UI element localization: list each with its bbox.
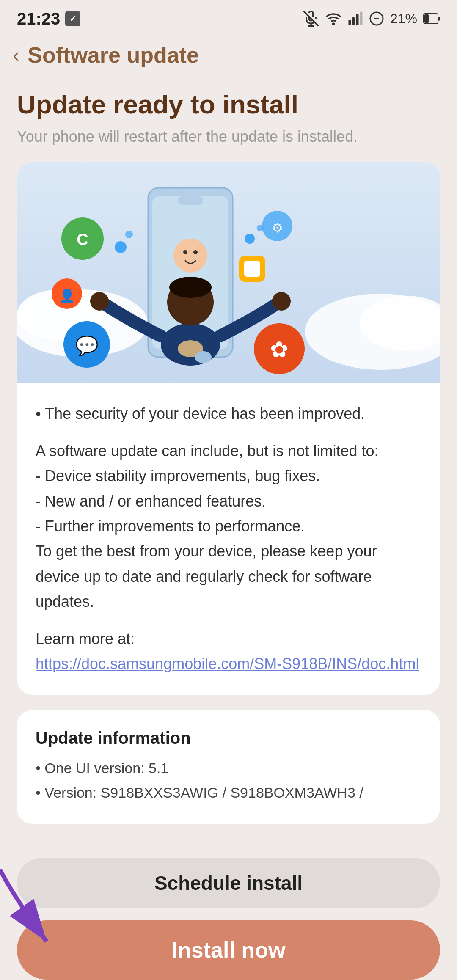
update-info-card: Update information • One UI version: 5.1… (17, 710, 440, 824)
svg-point-27 (272, 292, 291, 311)
back-button[interactable]: ‹ (13, 45, 19, 65)
nav-title: Software update (28, 42, 199, 68)
info-line-1: • One UI version: 5.1 (36, 756, 421, 781)
status-check-icon: ✓ (65, 11, 80, 26)
install-now-button[interactable]: Install now (17, 920, 440, 980)
svg-point-41 (125, 231, 133, 238)
desc-body: A software update can include, but is no… (36, 438, 421, 614)
svg-text:⚙: ⚙ (272, 221, 283, 235)
illustration-svg: C 💬 👤 ⚙ ✿ (17, 162, 440, 383)
learn-more-link[interactable]: https://doc.samsungmobile.com/SM-S918B/I… (36, 655, 419, 672)
svg-point-26 (90, 292, 109, 311)
svg-rect-4 (348, 20, 351, 25)
desc-learn-more: Learn more at: https://doc.samsungmobile… (36, 626, 421, 677)
svg-rect-19 (178, 196, 203, 205)
svg-text:C: C (77, 231, 88, 248)
svg-rect-37 (244, 261, 260, 277)
svg-point-40 (115, 241, 127, 253)
battery-icon (423, 13, 440, 25)
svg-rect-6 (356, 14, 358, 25)
status-bar: 21:23 ✓ 21% (0, 0, 457, 34)
desc-security: • The security of your device has been i… (36, 401, 421, 426)
illustration-area: C 💬 👤 ⚙ ✿ (17, 162, 440, 383)
top-nav: ‹ Software update (0, 34, 457, 76)
page-heading: Update ready to install (17, 89, 440, 120)
status-time: 21:23 (17, 9, 60, 28)
info-card-title: Update information (36, 729, 421, 748)
main-content: Update ready to install Your phone will … (0, 76, 457, 858)
illustration-card: C 💬 👤 ⚙ ✿ (17, 162, 440, 695)
svg-point-20 (173, 239, 207, 273)
signal-icon (348, 11, 363, 26)
svg-text:✿: ✿ (270, 337, 289, 362)
svg-rect-5 (352, 17, 355, 25)
svg-rect-11 (424, 14, 429, 23)
svg-point-22 (193, 250, 198, 254)
info-line-2: • Version: S918BXXS3AWIG / S918BOXM3AWH3… (36, 781, 421, 805)
learn-more-label: Learn more at: (36, 630, 135, 647)
svg-point-21 (183, 250, 187, 254)
svg-rect-12 (438, 17, 440, 21)
description-text: • The security of your device has been i… (17, 383, 440, 695)
svg-rect-7 (360, 12, 362, 25)
svg-point-42 (245, 234, 255, 244)
page-subtitle: Your phone will restart after the update… (17, 128, 440, 146)
mute-icon (303, 11, 319, 27)
status-time-group: 21:23 ✓ (17, 9, 80, 28)
svg-text:💬: 💬 (75, 335, 99, 357)
svg-point-3 (333, 23, 334, 25)
svg-text:👤: 👤 (59, 288, 75, 303)
svg-point-43 (257, 225, 264, 231)
svg-point-25 (169, 277, 212, 298)
battery-percent: 21% (390, 11, 417, 27)
schedule-install-button[interactable]: Schedule install (17, 858, 440, 908)
wifi-icon (325, 11, 342, 27)
svg-point-45 (195, 351, 212, 363)
dnd-icon (369, 11, 384, 26)
buttons-area: Schedule install Install now (0, 858, 457, 980)
status-icons-group: 21% (303, 11, 440, 27)
